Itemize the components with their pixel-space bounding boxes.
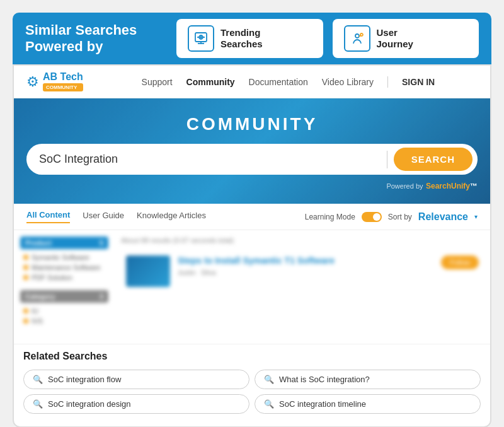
sidebar-item-label: IU (32, 307, 38, 315)
sidebar-product-section: Product 5 Symantic Software Maintenance … (20, 237, 108, 283)
user-journey-card[interactable]: User Journey (333, 19, 479, 58)
search-divider (387, 151, 387, 168)
banner-cards: Trending Searches User Journey (176, 19, 479, 58)
dot-icon (23, 265, 28, 270)
related-tag-label: SoC integration timeline (279, 399, 366, 409)
sidebar-item-label: PDF Solution (32, 274, 72, 281)
list-item[interactable]: PDF Solution (20, 272, 108, 283)
result-title[interactable]: Steps to Install Symantic T1 Software (178, 255, 433, 266)
sidebar-category-header[interactable]: Category 3 (20, 290, 108, 303)
learning-mode-label: Learning Mode (305, 213, 355, 221)
search-icon: 🔍 (264, 375, 274, 384)
related-tag-3[interactable]: 🔍 SoC integration timeline (255, 394, 481, 414)
sidebar-item-label: Maintenance Software (32, 264, 100, 271)
nav-links: Support Community Documentation Video Li… (99, 76, 478, 88)
hero-title: COMMUNITY (26, 114, 478, 134)
logo-gear-icon: ⚙ (26, 74, 39, 90)
brand-mid: ch (442, 182, 451, 190)
sidebar-product-count: 5 (100, 239, 103, 247)
nav-video-library[interactable]: Video Library (322, 77, 374, 87)
tabs-row: All Content User Guide Knowledge Article… (14, 204, 490, 230)
related-tag-label: SoC integration flow (48, 375, 121, 384)
nav-documentation[interactable]: Documentation (249, 77, 308, 87)
related-tag-label: What is SoC integration? (279, 375, 370, 384)
dot-icon (23, 275, 28, 280)
related-tags-grid: 🔍 SoC integration flow 🔍 What is SoC int… (23, 370, 481, 414)
tabs-right: Learning Mode Sort by Relevance ▾ (305, 211, 478, 223)
logo-area: ⚙ AB Tech COMMUNITY (26, 72, 83, 91)
logo-text: AB Tech (43, 72, 83, 82)
list-item[interactable]: IVS (20, 316, 108, 326)
sidebar-product-label: Product (25, 239, 52, 247)
nav-signin[interactable]: SIGN IN (402, 77, 435, 87)
result-tag: Silva (201, 269, 216, 276)
result-count: About 88 results (0.07 seconds total) (121, 237, 484, 244)
trending-searches-label: Trending Searches (220, 27, 263, 50)
user-journey-label: User Journey (377, 27, 413, 50)
powered-by-brand: SearchUnify™ (426, 182, 478, 190)
related-tag-1[interactable]: 🔍 What is SoC integration? (255, 370, 481, 389)
sidebar-category-count: 3 (100, 293, 103, 300)
powered-by-row: Powered by SearchUnify™ (26, 180, 478, 191)
result-author: Justin (178, 269, 196, 276)
right-arrow-indicator (490, 235, 491, 257)
list-item[interactable]: Maintenance Software (20, 262, 108, 272)
chevron-down-icon: ▾ (474, 213, 478, 220)
result-thumbnail (126, 255, 170, 287)
main-card: ⚙ AB Tech COMMUNITY Support Community Do… (13, 64, 491, 427)
tab-knowledge-articles[interactable]: Knowledge Articles (137, 211, 206, 223)
nav-support[interactable]: Support (142, 77, 173, 87)
result-content: Steps to Install Symantic T1 Software Ju… (178, 255, 433, 276)
trending-icon (188, 25, 214, 52)
search-button[interactable]: SEARCH (394, 148, 472, 171)
results-area: Product 5 Symantic Software Maintenance … (14, 230, 490, 344)
related-searches-section: Related Searches 🔍 SoC integration flow … (14, 344, 490, 426)
sidebar-category-label: Category (25, 293, 55, 300)
tab-user-guide[interactable]: User Guide (83, 211, 124, 223)
result-meta: Justin Silva (178, 269, 433, 276)
top-banner: Similar Searches Powered by Trending Sea… (13, 13, 491, 64)
result-item: Steps to Install Symantic T1 Software Ju… (121, 250, 484, 292)
search-input[interactable] (39, 153, 381, 166)
nav-bar: ⚙ AB Tech COMMUNITY Support Community Do… (14, 66, 490, 98)
logo-badge: COMMUNITY (43, 83, 83, 91)
nav-community[interactable]: Community (186, 77, 235, 87)
left-sidebar: Product 5 Symantic Software Maintenance … (14, 237, 115, 337)
svg-point-2 (200, 37, 202, 38)
trending-searches-card[interactable]: Trending Searches (176, 19, 323, 58)
learning-mode-toggle[interactable] (362, 212, 382, 222)
sidebar-item-label: IVS (32, 317, 43, 325)
sidebar-category-section: Category 3 IU IVS (20, 290, 108, 326)
search-icon: 🔍 (264, 399, 274, 409)
svg-point-7 (355, 34, 359, 38)
sidebar-item-label: Symantic Software (32, 254, 89, 261)
results-list: About 88 results (0.07 seconds total) St… (115, 237, 490, 337)
dot-icon (23, 319, 28, 324)
list-item[interactable]: IU (20, 306, 108, 316)
related-tag-2[interactable]: 🔍 SoC integration design (23, 394, 249, 414)
dot-icon (23, 308, 28, 313)
nav-divider (387, 76, 388, 88)
hero-banner: COMMUNITY SEARCH Powered by SearchUnify™ (14, 98, 490, 204)
list-item[interactable]: Symantic Software (20, 252, 108, 262)
powered-by-label: Powered by (386, 182, 423, 190)
svg-point-8 (360, 33, 363, 36)
related-tag-label: SoC integration design (48, 399, 131, 409)
related-tag-0[interactable]: 🔍 SoC integration flow (23, 370, 249, 389)
right-dashed-border (490, 66, 491, 426)
brand-pre: Sear (426, 182, 442, 190)
journey-icon (344, 25, 370, 52)
related-searches-title: Related Searches (23, 351, 481, 362)
search-icon: 🔍 (33, 399, 43, 409)
dot-icon (23, 255, 28, 260)
banner-title: Similar Searches Powered by (25, 22, 164, 56)
search-icon: 🔍 (33, 375, 43, 384)
outer-container: Similar Searches Powered by Trending Sea… (13, 13, 491, 427)
tab-all-content[interactable]: All Content (26, 210, 70, 223)
sort-by-label: Sort by (388, 213, 412, 221)
sort-by-value[interactable]: Relevance (418, 211, 468, 223)
brand-post: Unify (451, 182, 470, 190)
sidebar-product-header[interactable]: Product 5 (20, 237, 108, 249)
result-action-button[interactable]: Follow (441, 255, 479, 269)
search-bar: SEARCH (26, 144, 478, 175)
